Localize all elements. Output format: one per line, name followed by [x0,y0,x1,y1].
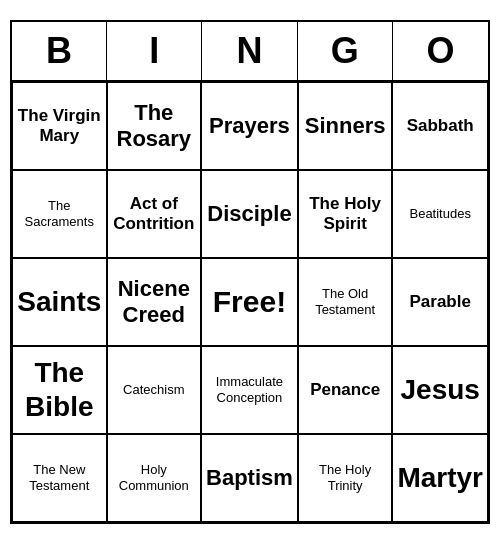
header-letter-o: O [393,22,488,80]
bingo-cell-1: The Rosary [107,82,202,170]
bingo-cell-13: The Old Testament [298,258,393,346]
bingo-cell-19: Jesus [392,346,488,434]
bingo-card: BINGO The Virgin MaryThe RosaryPrayersSi… [10,20,490,524]
header-letter-b: B [12,22,107,80]
header-letter-n: N [202,22,297,80]
bingo-cell-7: Disciple [201,170,298,258]
bingo-cell-14: Parable [392,258,488,346]
bingo-cell-23: The Holy Trinity [298,434,393,522]
bingo-cell-0: The Virgin Mary [12,82,107,170]
bingo-grid: The Virgin MaryThe RosaryPrayersSinnersS… [12,82,488,522]
bingo-cell-12: Free! [201,258,298,346]
bingo-cell-9: Beatitudes [392,170,488,258]
bingo-header: BINGO [12,22,488,82]
bingo-cell-6: Act of Contrition [107,170,202,258]
bingo-cell-8: The Holy Spirit [298,170,393,258]
bingo-cell-4: Sabbath [392,82,488,170]
bingo-cell-20: The New Testament [12,434,107,522]
bingo-cell-17: Immaculate Conception [201,346,298,434]
bingo-cell-2: Prayers [201,82,298,170]
header-letter-i: I [107,22,202,80]
bingo-cell-11: Nicene Creed [107,258,202,346]
bingo-cell-5: The Sacraments [12,170,107,258]
bingo-cell-15: The Bible [12,346,107,434]
bingo-cell-22: Baptism [201,434,298,522]
bingo-cell-18: Penance [298,346,393,434]
bingo-cell-16: Catechism [107,346,202,434]
header-letter-g: G [298,22,393,80]
bingo-cell-3: Sinners [298,82,393,170]
bingo-cell-21: Holy Communion [107,434,202,522]
bingo-cell-24: Martyr [392,434,488,522]
bingo-cell-10: Saints [12,258,107,346]
